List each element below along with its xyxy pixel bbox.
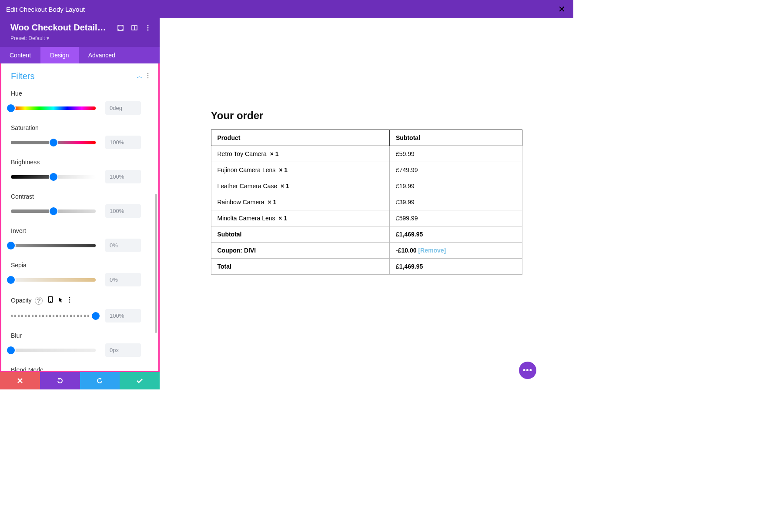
total-value: £1,469.95 [390,259,522,275]
qty: × 1 [270,150,279,157]
fab-more-button[interactable]: ••• [519,362,536,379]
value-contrast[interactable]: 100% [105,204,141,218]
control-invert: Invert 0% [11,227,149,252]
close-icon[interactable]: ✕ [558,4,566,14]
control-blend-mode: Blend Mode Normal ▾ [11,366,149,372]
svg-point-13 [69,302,70,303]
cursor-icon[interactable] [58,297,65,304]
price-cell: £599.99 [390,210,522,226]
section-menu-icon[interactable] [147,73,149,80]
settings-sidebar: Edit Checkout Body Layout Woo Checkout D… [0,0,160,389]
control-contrast: Contrast 100% [11,193,149,218]
product-cell: Rainbow Camera × 1 [211,194,390,210]
kebab-menu-icon[interactable] [69,297,70,304]
subtotal-label: Subtotal [211,226,390,243]
preset-selector[interactable]: Preset: Default ▾ [10,35,49,41]
slider-thumb[interactable] [7,276,15,284]
order-title: Your order [211,110,522,122]
value-invert[interactable]: 0% [105,239,141,252]
subtotal-value: £1,469.95 [390,226,522,243]
price-cell: £19.99 [390,178,522,194]
col-product: Product [211,130,390,146]
caret-down-icon: ▾ [47,35,49,41]
slider-thumb[interactable] [50,139,57,146]
slider-brightness[interactable] [11,175,96,179]
svg-point-11 [69,297,70,299]
tab-advanced[interactable]: Advanced [79,47,125,63]
help-icon[interactable]: ? [35,297,43,305]
svg-point-8 [147,77,149,78]
product-cell: Retro Toy Camera × 1 [211,146,390,162]
value-hue[interactable]: 0deg [105,101,141,115]
slider-thumb[interactable] [7,346,15,354]
slider-sepia[interactable] [11,278,96,282]
phone-icon[interactable] [48,297,55,304]
slider-saturation[interactable] [11,141,96,144]
window-titlebar: Edit Checkout Body Layout [0,0,160,18]
undo-button[interactable] [40,372,80,389]
slider-hue[interactable] [11,106,96,110]
qty: × 1 [278,215,287,222]
total-label: Total [211,259,390,275]
slider-thumb[interactable] [50,173,57,181]
label-sepia: Sepia [11,262,149,269]
slider-invert[interactable] [11,244,96,247]
table-row: Rainbow Camera × 1£39.99 [211,194,522,210]
control-opacity: Opacity ? [11,296,149,323]
label-blur: Blur [11,332,149,339]
slider-thumb[interactable] [50,207,57,215]
control-blur: Blur 0px [11,332,149,357]
slider-opacity[interactable] [11,315,96,317]
coupon-label: Coupon: DIVI [211,243,390,259]
value-saturation[interactable]: 100% [105,136,141,149]
settings-tabs: Content Design Advanced [0,47,160,63]
module-title: Woo Checkout Details Setti... [10,23,110,33]
footer-actions [0,372,160,389]
svg-point-7 [147,75,149,76]
redo-button[interactable] [80,372,120,389]
value-brightness[interactable]: 100% [105,170,141,183]
slider-contrast[interactable] [11,209,96,213]
svg-point-4 [147,27,149,28]
svg-point-6 [147,73,149,74]
tab-content[interactable]: Content [0,47,40,63]
scrollbar[interactable] [155,194,157,333]
table-row: Leather Camera Case × 1£19.99 [211,178,522,194]
titlebar-extension: ✕ [160,0,573,18]
control-sepia: Sepia 0% [11,262,149,286]
kebab-menu-icon[interactable] [144,24,152,32]
label-brightness: Brightness [11,159,149,166]
section-title: Filters [11,71,34,81]
col-subtotal: Subtotal [390,130,522,146]
qty: × 1 [281,183,289,190]
label-blend-mode: Blend Mode [11,366,149,372]
price-cell: £749.99 [390,162,522,178]
expand-icon[interactable] [117,24,124,32]
slider-thumb[interactable] [92,312,100,320]
tab-design[interactable]: Design [40,47,79,63]
collapse-icon[interactable]: ︿ [137,73,143,80]
filters-panel: Filters ︿ Hue 0deg [0,63,160,372]
price-cell: £39.99 [390,194,522,210]
table-row: Retro Toy Camera × 1£59.99 [211,146,522,162]
cancel-button[interactable] [0,372,40,389]
slider-thumb[interactable] [7,242,15,249]
value-blur[interactable]: 0px [105,343,141,357]
product-cell: Fujinon Camera Lens × 1 [211,162,390,178]
value-opacity[interactable]: 100% [105,309,141,323]
label-saturation: Saturation [11,124,149,131]
value-sepia[interactable]: 0% [105,273,141,286]
qty: × 1 [268,199,276,206]
svg-point-12 [69,299,70,301]
slider-blur[interactable] [11,349,96,352]
label-contrast: Contrast [11,193,149,200]
order-summary: Your order Product Subtotal Retro Toy Ca… [211,110,522,275]
columns-icon[interactable] [130,24,138,32]
control-brightness: Brightness 100% [11,159,149,183]
save-button[interactable] [120,372,160,389]
remove-coupon-link[interactable]: [Remove] [418,247,446,254]
slider-thumb[interactable] [7,104,15,112]
preview-area: Your order Product Subtotal Retro Toy Ca… [160,18,573,389]
control-hue: Hue 0deg [11,90,149,115]
label-hue: Hue [11,90,149,97]
